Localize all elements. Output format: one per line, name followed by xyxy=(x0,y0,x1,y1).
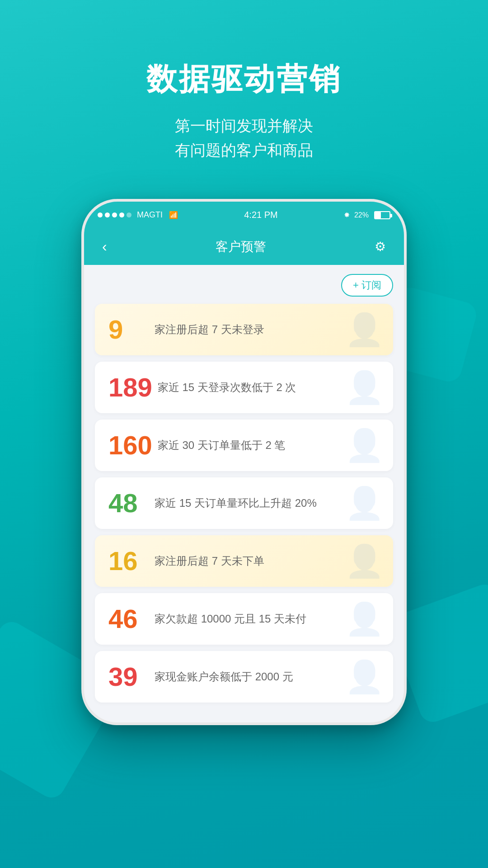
alert-number-4: 16 xyxy=(108,548,149,574)
settings-button[interactable]: ⚙ xyxy=(370,235,390,259)
battery-percent: 22% xyxy=(354,211,369,219)
signal-dot-5 xyxy=(127,212,131,217)
alert-number-1: 189 xyxy=(108,374,152,401)
bluetooth-icon: ✸ xyxy=(344,211,350,219)
back-button[interactable]: ‹ xyxy=(98,234,112,259)
nav-bar: ‹ 客户预警 ⚙ xyxy=(84,229,404,265)
subtitle-line2: 有问题的客户和商品 xyxy=(146,138,342,162)
wifi-icon: 📶 xyxy=(169,211,178,219)
status-time: 4:21 PM xyxy=(244,210,277,220)
card-watermark-6: 👤 xyxy=(345,658,384,695)
signal-dot-2 xyxy=(105,212,110,217)
alert-text-1: 家近 15 天登录次数低于 2 次 xyxy=(158,380,296,395)
battery-fill xyxy=(375,212,381,218)
alert-text-4: 家注册后超 7 天未下单 xyxy=(155,553,264,569)
header-section: 数据驱动营销 第一时间发现并解决 有问题的客户和商品 xyxy=(146,59,342,163)
battery-bar xyxy=(374,211,390,219)
subtitle-line1: 第一时间发现并解决 xyxy=(146,113,342,138)
alert-number-0: 9 xyxy=(108,316,149,343)
card-watermark-4: 👤 xyxy=(345,542,384,580)
nav-title: 客户预警 xyxy=(216,238,266,255)
alert-card-4[interactable]: 16 家注册后超 7 天未下单 👤 xyxy=(95,535,393,587)
alert-card-2[interactable]: 160 家近 30 天订单量低于 2 笔 👤 xyxy=(95,420,393,471)
card-watermark-0: 👤 xyxy=(345,311,384,348)
alert-number-3: 48 xyxy=(108,490,149,516)
header-title: 数据驱动营销 xyxy=(146,59,342,100)
subscribe-button[interactable]: + 订阅 xyxy=(341,274,393,297)
card-watermark-1: 👤 xyxy=(345,369,384,406)
content-area: + 订阅 9 家注册后超 7 天未登录 👤 189 家近 15 天登录次数低于 … xyxy=(84,265,404,722)
status-bar: MAGTI 📶 4:21 PM ✸ 22% xyxy=(84,202,404,229)
header-subtitle: 第一时间发现并解决 有问题的客户和商品 xyxy=(146,113,342,163)
status-right: ✸ 22% xyxy=(344,211,390,219)
alert-card-1[interactable]: 189 家近 15 天登录次数低于 2 次 👤 xyxy=(95,362,393,413)
alert-card-0[interactable]: 9 家注册后超 7 天未登录 👤 xyxy=(95,304,393,355)
alerts-list: 9 家注册后超 7 天未登录 👤 189 家近 15 天登录次数低于 2 次 👤… xyxy=(95,304,393,703)
alert-text-2: 家近 30 天订单量低于 2 笔 xyxy=(158,438,286,453)
alert-text-6: 家现金账户余额低于 2000 元 xyxy=(155,669,293,684)
card-watermark-3: 👤 xyxy=(345,485,384,522)
status-left: MAGTI 📶 xyxy=(98,210,178,220)
alert-text-3: 家近 15 天订单量环比上升超 20% xyxy=(155,495,317,511)
alert-card-6[interactable]: 39 家现金账户余额低于 2000 元 👤 xyxy=(95,651,393,703)
alert-card-5[interactable]: 46 家欠款超 10000 元且 15 天未付 👤 xyxy=(95,593,393,645)
carrier-label: MAGTI xyxy=(137,210,163,220)
alert-text-5: 家欠款超 10000 元且 15 天未付 xyxy=(155,611,306,627)
card-watermark-2: 👤 xyxy=(345,427,384,464)
alert-number-2: 160 xyxy=(108,432,152,458)
alert-card-3[interactable]: 48 家近 15 天订单量环比上升超 20% 👤 xyxy=(95,477,393,529)
card-watermark-5: 👤 xyxy=(345,600,384,637)
signal-dot-4 xyxy=(119,212,124,217)
alert-number-5: 46 xyxy=(108,606,149,632)
alert-text-0: 家注册后超 7 天未登录 xyxy=(155,322,264,337)
phone-mockup: MAGTI 📶 4:21 PM ✸ 22% ‹ 客户预警 ⚙ + 订阅 9 家注… xyxy=(81,199,407,725)
signal-dot-1 xyxy=(98,212,103,217)
signal-dot-3 xyxy=(112,212,117,217)
subscribe-row: + 订阅 xyxy=(95,274,393,297)
signal-dots xyxy=(98,212,131,217)
alert-number-6: 39 xyxy=(108,664,149,690)
